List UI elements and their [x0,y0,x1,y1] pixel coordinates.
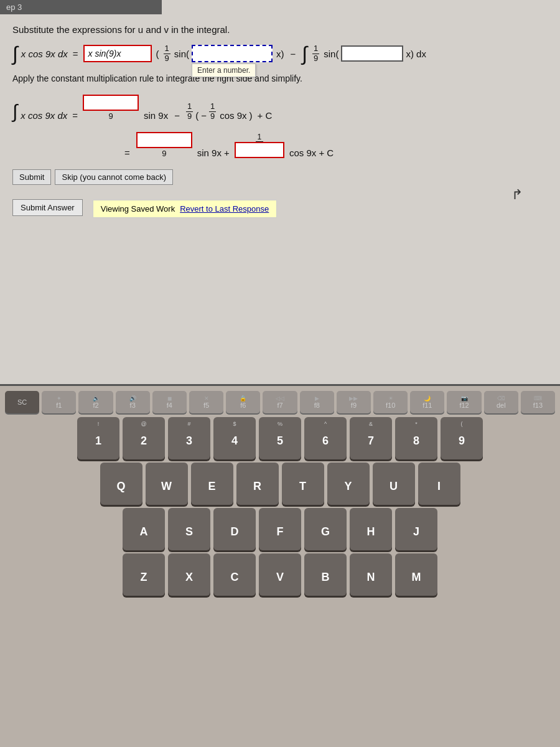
key-t[interactable]: T [282,463,324,505]
inner-frac: 1 9 [209,102,216,121]
frac1-den: 9 [164,54,170,63]
key-d[interactable]: D [213,508,256,550]
close-paren-x-1: x) [276,49,284,59]
key-r[interactable]: R [236,463,279,505]
third-equation-row: = 9 sin 9x + 1 cos 9x + C [124,132,548,158]
fn-key-f12[interactable]: 📷 f12 [447,391,481,413]
revert-link[interactable]: Revert to Last Response [180,204,269,214]
key-a[interactable]: A [123,508,165,550]
fn-key-f11[interactable]: 🌙 f11 [410,391,444,413]
neg-1: − [201,110,207,121]
second-coeff-num: 1 [256,133,264,142]
key-c[interactable]: C [213,553,256,596]
u-expr-text: x sin(9)x [88,49,121,59]
key-i[interactable]: I [418,463,460,505]
key-j[interactable]: J [395,508,437,550]
asdf-row: A S D F G H J [11,508,549,550]
bottom-row: Submit Answer Viewing Saved Work Revert … [12,195,548,218]
key-z[interactable]: Z [123,553,165,596]
fn-key-f9[interactable]: ▶▶ f9 [337,391,371,413]
fn-key-del[interactable]: ⌫ del [484,391,518,413]
frac1: 1 9 [164,44,170,63]
sin9x-plus: sin 9x + [197,148,230,158]
sin9x-input[interactable] [83,95,139,111]
frac1-num: 1 [164,44,170,54]
key-1[interactable]: ! 1 [77,417,119,459]
sin-label-2: sin( [324,49,338,59]
x-dx: x) dx [406,49,426,59]
fn-key-f7[interactable]: ◁◁ f7 [263,391,297,413]
sin9x-input-wrapper: 9 [83,95,139,121]
key-n[interactable]: N [350,553,392,596]
skip-button[interactable]: Skip (you cannot come back) [55,169,173,185]
key-w[interactable]: W [146,463,188,505]
minus-2: − [174,110,180,121]
neg-frac-num: 1 [186,102,193,111]
neg-frac-den: 9 [186,112,193,121]
cursor-arrow: ↱ [511,187,523,203]
key-2[interactable]: @ 2 [123,417,165,459]
fn-sc-main: SC [17,398,27,406]
second-number-input[interactable] [341,45,403,62]
key-y[interactable]: Y [327,463,370,505]
key-v[interactable]: V [259,553,301,596]
enter-number-tooltip: Enter a number. [192,63,256,77]
saved-work-label: Viewing Saved Work [101,204,175,214]
step-label: ep 3 [6,2,22,12]
fn-key-f1[interactable]: ✦ f1 [42,391,76,413]
key-u[interactable]: U [373,463,415,505]
fn-key-f4[interactable]: ◼ f4 [152,391,187,413]
fn-key-f10[interactable]: ☀ f10 [373,391,408,413]
key-x[interactable]: X [168,553,210,596]
fn-key-f13[interactable]: ⌨ f13 [521,391,555,413]
second-coeff-input[interactable] [235,142,284,158]
main-key-rows: ! 1 @ 2 # 3 $ 4 % 5 ^ 6 [6,417,554,596]
keyboard: SC ✦ f1 🔈 f2 🔊 f3 ◼ f4 ✕ f5 🔒 f6 ◁◁ f7 [0,386,560,747]
key-q[interactable]: Q [100,463,142,505]
plus-c-1: + C [258,110,273,121]
key-b[interactable]: B [304,553,347,596]
number-input-box[interactable] [192,45,273,62]
frac2-num: 1 [312,44,319,54]
neg-frac: 1 9 [186,102,193,121]
fn-key-sc[interactable]: SC [5,391,39,413]
cos9x-input[interactable] [136,132,192,148]
second-equation-row: ∫ x cos 9x dx = 9 sin 9x − 1 9 ( − 1 9 c… [12,95,548,121]
equals-3: = [124,148,130,158]
key-s[interactable]: S [168,508,210,550]
minus-1: − [290,49,296,59]
key-8[interactable]: * 8 [395,417,437,459]
key-h[interactable]: H [350,508,392,550]
fn-key-f2[interactable]: 🔈 f2 [78,391,113,413]
key-f[interactable]: F [259,508,301,550]
key-4[interactable]: $ 4 [213,417,256,459]
qwerty-row: Q W E R T Y U I [11,463,549,505]
frac-den-9-2: 9 [162,149,166,158]
key-g[interactable]: G [304,508,347,550]
key-5[interactable]: % 5 [259,417,301,459]
key-3[interactable]: # 3 [168,417,210,459]
key-7[interactable]: & 7 [350,417,392,459]
key-m[interactable]: M [395,553,437,596]
close-paren-2: ) [250,110,253,121]
u-expression-box[interactable]: x sin(9)x [83,45,152,62]
action-buttons: Submit Skip (you cannot come back) [12,169,548,185]
integral-sign-3: ∫ [12,102,17,121]
equals-2: = [72,110,78,121]
fn-key-f8[interactable]: ▶ f8 [300,391,334,413]
fn-key-f6[interactable]: 🔒 f6 [226,391,260,413]
key-9[interactable]: ( 9 [441,417,483,459]
fn-key-f3[interactable]: 🔊 f3 [116,391,150,413]
frac2: 1 9 [312,44,319,63]
cos9x-label: cos 9x [220,110,246,121]
submit-button[interactable]: Submit [12,169,51,185]
key-6[interactable]: ^ 6 [304,417,347,459]
integral-sign-1: ∫ [12,44,18,63]
frac-den-9-1: 9 [108,111,113,121]
key-e[interactable]: E [191,463,233,505]
submit-answer-button[interactable]: Submit Answer [12,199,83,216]
zxcv-row: Z X C V B N M [11,553,549,596]
screen: ep 3 Substitute the expressions for u an… [0,0,560,386]
fn-key-f5[interactable]: ✕ f5 [189,391,223,413]
inner-frac-num: 1 [209,102,216,111]
